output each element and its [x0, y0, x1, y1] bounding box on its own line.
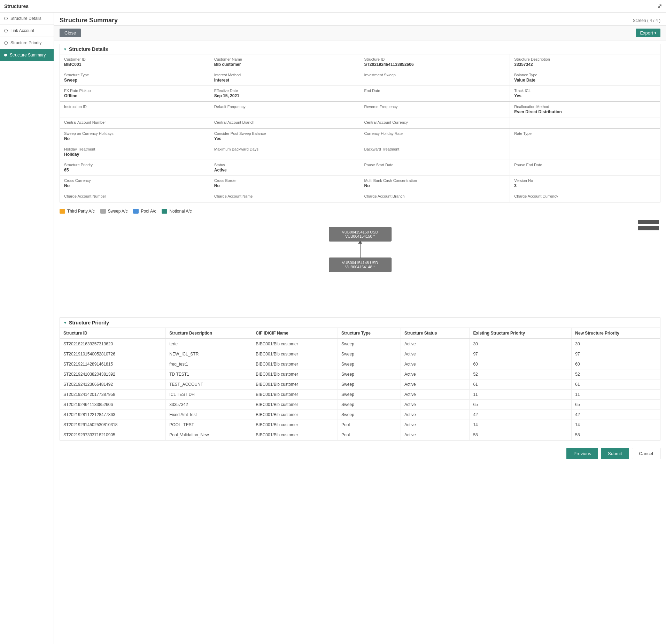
collapse-triangle-icon[interactable]: ▼ — [63, 47, 67, 51]
sidebar-label-structure-priority: Structure Priority — [10, 40, 41, 45]
sidebar-item-structure-summary[interactable]: Structure Summary — [0, 49, 54, 61]
table-cell-desc: ICL TEST DH — [166, 390, 252, 400]
structure-type-value: Sweep — [64, 78, 206, 83]
consider-post-sweep-label: Consider Post Sweep Balance — [214, 131, 356, 136]
table-cell-type: Sweep — [338, 380, 401, 390]
sweep-currency-holidays-label: Sweep on Currency Holidays — [64, 131, 206, 136]
details-row-2: Structure Type Sweep Interest Method Int… — [60, 70, 660, 86]
structure-description-value: 33357342 — [514, 62, 656, 67]
table-header-row: Structure ID Structure Description CIF I… — [60, 328, 660, 339]
priority-table: Structure ID Structure Description CIF I… — [60, 328, 660, 440]
details-row-8: Structure Priority 65 Status Active Paus… — [60, 160, 660, 176]
diagram-node-1[interactable]: VUB004154150 USD VUB004154150 * — [329, 227, 392, 242]
diagram-node-1-line2: VUB004154150 * — [335, 234, 386, 238]
diagram-node-1-line1: VUB004154150 USD — [335, 230, 386, 234]
col-header-cif: CIF ID/CIF Name — [252, 328, 338, 339]
multi-bank-label: Multi Bank Cash Concentration — [364, 178, 506, 183]
table-cell-new: 61 — [572, 380, 660, 390]
structure-type-cell: Structure Type Sweep — [60, 70, 210, 85]
status-value: Active — [214, 168, 356, 172]
reallocation-method-cell: Reallocation Method Even Direct Distribu… — [510, 102, 660, 117]
col-header-description: Structure Description — [166, 328, 252, 339]
diagram-btn-2[interactable] — [638, 226, 659, 230]
col-header-structure-id: Structure ID — [60, 328, 166, 339]
version-no-cell: Version No 3 — [510, 176, 660, 191]
table-cell-existing: 30 — [470, 339, 572, 349]
sidebar-dot-structure-priority — [4, 41, 8, 45]
table-row: ST20219291450253081​0318POOL_TESTBIBC001… — [60, 420, 660, 430]
interest-method-cell: Interest Method Interest — [210, 70, 360, 85]
expand-icon[interactable]: ⤢ — [657, 3, 662, 9]
details-row-9: Cross Currency No Cross Border No Multi … — [60, 176, 660, 191]
currency-holiday-rate-cell: Currency Holiday Rate — [360, 129, 510, 144]
table-cell-desc: Fixed Amt Test — [166, 410, 252, 420]
default-frequency-label: Default Frequency — [214, 105, 356, 109]
details-row-5: Central Account Number Central Account B… — [60, 117, 660, 128]
central-account-number-cell: Central Account Number — [60, 117, 210, 128]
charge-account-name-cell: Charge Account Name — [210, 191, 360, 202]
table-cell-new: 30 — [572, 339, 660, 349]
table-cell-id: ST202192464113385260​6 — [60, 400, 166, 410]
backward-treatment-cell: Backward Treatment — [360, 144, 510, 160]
structure-priority-section: ▼ Structure Priority Structure ID Struct… — [60, 317, 660, 440]
arrow-head-icon — [358, 241, 362, 244]
sidebar-item-link-account[interactable]: Link Account — [0, 25, 54, 37]
diagram-btn-1[interactable] — [638, 220, 659, 224]
table-cell-cif: BIBC001/Bib customer — [252, 400, 338, 410]
sidebar-item-structure-details[interactable]: Structure Details — [0, 13, 54, 25]
table-cell-new: 14 — [572, 420, 660, 430]
customer-id-value: BIBC001 — [64, 62, 206, 67]
central-account-currency-label: Central Account Currency — [364, 120, 506, 124]
table-cell-status: Active — [401, 380, 470, 390]
sidebar: Structure Details Link Account Structure… — [0, 13, 54, 644]
interest-method-value: Interest — [214, 78, 356, 83]
table-cell-status: Active — [401, 349, 470, 359]
table-cell-desc: 33357342 — [166, 400, 252, 410]
sidebar-label-structure-details: Structure Details — [10, 16, 41, 21]
reverse-frequency-label: Reverse Frequency — [364, 105, 506, 109]
table-cell-type: Pool — [338, 420, 401, 430]
table-cell-desc: POOL_TEST — [166, 420, 252, 430]
balance-type-value: Value Date — [514, 78, 656, 83]
legend-label-notional: Notional A/c — [169, 209, 192, 214]
central-account-number-label: Central Account Number — [64, 120, 206, 124]
effective-date-value: Sep 15, 2021 — [214, 93, 356, 98]
app-title: Structures — [4, 3, 29, 9]
close-button[interactable]: Close — [60, 29, 81, 37]
pause-end-date-label: Pause End Date — [514, 163, 656, 167]
multi-bank-cell: Multi Bank Cash Concentration No — [360, 176, 510, 191]
export-button[interactable]: Export ▾ — [636, 29, 660, 37]
max-backward-days-cell: Maximum Backward Days — [210, 144, 360, 160]
table-cell-cif: BIBC001/Bib customer — [252, 380, 338, 390]
pause-start-date-label: Pause Start Date — [364, 163, 506, 167]
structure-description-cell: Structure Description 33357342 — [510, 54, 660, 70]
structure-description-label: Structure Description — [514, 57, 656, 61]
sweep-currency-holidays-value: No — [64, 136, 206, 141]
fx-rate-pickup-label: FX Rate Pickup — [64, 89, 206, 93]
holiday-treatment-value: Holiday — [64, 152, 206, 157]
structure-priority-header: ▼ Structure Priority — [60, 318, 660, 328]
balance-type-cell: Balance Type Value Date — [510, 70, 660, 85]
submit-button[interactable]: Submit — [601, 448, 629, 459]
table-cell-type: Sweep — [338, 410, 401, 420]
diagram-node-2[interactable]: VUB004154148 USD VUB004154148 * — [329, 258, 392, 272]
charge-account-number-cell: Charge Account Number — [60, 191, 210, 202]
sidebar-item-structure-priority[interactable]: Structure Priority — [0, 37, 54, 49]
table-cell-new: 52 — [572, 369, 660, 380]
table-cell-id: ST20219281122128477863 — [60, 410, 166, 420]
effective-date-cell: Effective Date Sep 15, 2021 — [210, 86, 360, 101]
collapse-priority-triangle-icon[interactable]: ▼ — [63, 321, 67, 325]
table-cell-new: 11 — [572, 390, 660, 400]
legend-color-third-party — [60, 209, 65, 214]
table-cell-type: Sweep — [338, 349, 401, 359]
col-header-type: Structure Type — [338, 328, 401, 339]
previous-button[interactable]: Previous — [566, 448, 598, 459]
table-cell-existing: 58 — [470, 430, 572, 440]
legend-color-notional — [162, 209, 167, 214]
investment-sweep-label: Investment Sweep — [364, 73, 506, 77]
structure-details-section: ▼ Structure Details Customer ID BIBC001 … — [60, 44, 660, 202]
cancel-button[interactable]: Cancel — [632, 448, 660, 459]
charge-account-branch-label: Charge Account Branch — [364, 194, 506, 198]
table-cell-id: ST20219101540052810726 — [60, 349, 166, 359]
sweep-currency-holidays-cell: Sweep on Currency Holidays No — [60, 129, 210, 144]
